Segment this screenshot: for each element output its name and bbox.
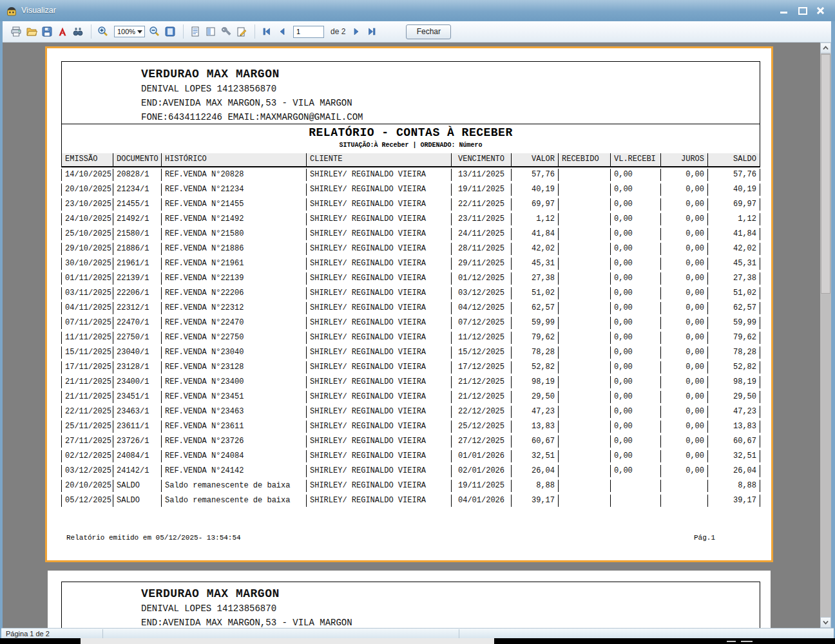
table-cell: SHIRLEY/ REGINALDO VIEIRA bbox=[306, 169, 451, 181]
table-cell: SALDO bbox=[113, 480, 161, 492]
table-cell: 0,00 bbox=[660, 184, 707, 196]
column-header: JUROS bbox=[660, 153, 707, 166]
table-cell: 0,00 bbox=[610, 332, 660, 344]
table-cell: REF.VENDA N°21580 bbox=[161, 228, 306, 240]
table-cell: 21580/1 bbox=[113, 228, 161, 240]
table-cell: 1,12 bbox=[707, 213, 760, 225]
table-cell: 27/12/2025 bbox=[451, 435, 511, 448]
table-cell: 20828/1 bbox=[113, 169, 161, 181]
table-row: 23/10/202521455/1REF.VENDA N°21455SHIRLE… bbox=[61, 197, 760, 212]
zoom-select[interactable]: 100% bbox=[114, 26, 145, 37]
table-cell: 14/10/2025 bbox=[61, 169, 113, 181]
table-cell: 21/11/2025 bbox=[61, 391, 113, 403]
table-cell: 0,00 bbox=[660, 361, 707, 374]
table-cell: 78,28 bbox=[511, 346, 558, 359]
table-cell: 0,00 bbox=[660, 465, 707, 477]
table-cell: 20/10/2025 bbox=[61, 480, 113, 492]
minimize-button[interactable] bbox=[780, 6, 789, 15]
table-cell: 0,00 bbox=[610, 228, 660, 240]
export-pdf-button[interactable] bbox=[55, 24, 70, 39]
status-page-label: Página 1 de 2 bbox=[6, 630, 50, 638]
column-header: SALDO bbox=[707, 153, 760, 166]
table-cell: 0,00 bbox=[660, 317, 707, 329]
page-fit-button[interactable] bbox=[163, 24, 177, 39]
table-cell: 03/12/2025 bbox=[451, 287, 511, 299]
table-cell: 42,02 bbox=[511, 243, 558, 255]
report-page-1[interactable]: VERDURAO MAX MARGON DENIVAL LOPES 141238… bbox=[45, 46, 773, 562]
print-setup-button[interactable] bbox=[219, 24, 233, 39]
page-footer: Relatório emitido em 05/12/2025- 13:54:5… bbox=[61, 534, 760, 543]
edit-page-button[interactable] bbox=[235, 24, 249, 39]
table-cell: 98,19 bbox=[707, 376, 760, 388]
table-cell bbox=[558, 376, 610, 388]
table-row: 22/11/202523463/1REF.VENDA N°23463SHIRLE… bbox=[61, 404, 760, 419]
binoculars-icon bbox=[72, 26, 84, 37]
close-button[interactable] bbox=[816, 6, 825, 15]
table-cell: SHIRLEY/ REGINALDO VIEIRA bbox=[306, 421, 451, 433]
table-cell: 0,00 bbox=[610, 302, 660, 314]
company-owner: DENIVAL LOPES 14123856870 bbox=[141, 603, 760, 614]
table-cell: 04/01/2026 bbox=[451, 495, 511, 507]
table-cell: 40,19 bbox=[707, 184, 760, 196]
close-report-button[interactable]: Fechar bbox=[406, 24, 451, 39]
print-button[interactable] bbox=[9, 24, 23, 39]
table-cell: 39,17 bbox=[707, 495, 760, 507]
table-cell: 40,19 bbox=[511, 184, 558, 196]
table-cell: 22750/1 bbox=[113, 332, 161, 344]
report-page-2[interactable]: VERDURAO MAX MARGON DENIVAL LOPES 141238… bbox=[48, 571, 771, 628]
open-button[interactable] bbox=[24, 24, 39, 39]
table-cell: 22470/1 bbox=[113, 317, 161, 329]
table-cell: SHIRLEY/ REGINALDO VIEIRA bbox=[306, 480, 451, 492]
zoom-out-button[interactable] bbox=[148, 24, 162, 39]
company-owner: DENIVAL LOPES 14123856870 bbox=[141, 84, 760, 94]
maximize-button[interactable] bbox=[798, 6, 807, 15]
table-cell: SHIRLEY/ REGINALDO VIEIRA bbox=[306, 228, 451, 240]
table-cell: 0,00 bbox=[610, 450, 660, 462]
table-cell: 29/10/2025 bbox=[61, 243, 113, 255]
table-cell: 0,00 bbox=[660, 243, 707, 255]
table-cell: 0,00 bbox=[610, 435, 660, 448]
report-subtitle: SITUAÇÃO:À Receber | ORDENADO: Número bbox=[62, 142, 760, 149]
table-cell: 13,83 bbox=[707, 421, 760, 433]
table-cell bbox=[558, 272, 610, 285]
find-button[interactable] bbox=[71, 24, 85, 39]
page-fit-icon bbox=[164, 26, 176, 37]
save-button[interactable] bbox=[40, 24, 54, 39]
table-cell: 03/12/2025 bbox=[61, 465, 113, 477]
table-cell: 0,00 bbox=[660, 258, 707, 270]
table-cell: 60,67 bbox=[511, 435, 558, 448]
next-page-button[interactable] bbox=[349, 24, 363, 39]
company-contact: FONE:6434112246 EMAIL:MAXMARGON@GMAIL.CO… bbox=[141, 112, 760, 122]
vertical-scrollbar[interactable] bbox=[820, 43, 831, 628]
company-header-box-page2: VERDURAO MAX MARGON DENIVAL LOPES 141238… bbox=[61, 582, 760, 628]
table-cell: 0,00 bbox=[610, 317, 660, 329]
report-viewer-window: Visualizar bbox=[0, 0, 835, 638]
table-cell: 0,00 bbox=[660, 302, 707, 314]
table-cell: 39,17 bbox=[511, 495, 558, 507]
report-table: EMISSÃODOCUMENTOHISTÓRICOCLIENTEVENCIMEN… bbox=[61, 153, 760, 508]
table-row: 07/11/202522470/1REF.VENDA N°22470SHIRLE… bbox=[61, 316, 760, 330]
table-cell: 59,99 bbox=[511, 317, 558, 329]
scrollbar-thumb[interactable] bbox=[821, 54, 830, 294]
scrollbar-down-button[interactable] bbox=[820, 617, 831, 628]
page-number-input[interactable] bbox=[293, 26, 324, 38]
table-cell: 21492/1 bbox=[113, 213, 161, 225]
table-cell: 0,00 bbox=[610, 421, 660, 433]
table-cell: 23611/1 bbox=[113, 421, 161, 433]
page-settings-button[interactable] bbox=[188, 24, 202, 39]
table-cell: 0,00 bbox=[610, 361, 660, 374]
table-cell: 0,00 bbox=[610, 406, 660, 418]
zoom-in-button[interactable] bbox=[96, 24, 110, 39]
table-cell: 19/11/2025 bbox=[451, 184, 511, 196]
background-window-mark bbox=[727, 641, 736, 642]
table-cell: 26,04 bbox=[707, 465, 760, 477]
table-cell: 0,00 bbox=[660, 376, 707, 388]
prev-page-button[interactable] bbox=[275, 24, 289, 39]
table-cell: 32,51 bbox=[707, 450, 760, 462]
table-row: 21/11/202523451/1REF.VENDA N°23451SHIRLE… bbox=[61, 390, 760, 404]
first-page-button[interactable] bbox=[260, 24, 274, 39]
scrollbar-up-button[interactable] bbox=[820, 43, 831, 53]
two-pages-button[interactable] bbox=[204, 24, 218, 39]
last-page-button[interactable] bbox=[365, 24, 379, 39]
first-page-icon bbox=[262, 26, 272, 37]
